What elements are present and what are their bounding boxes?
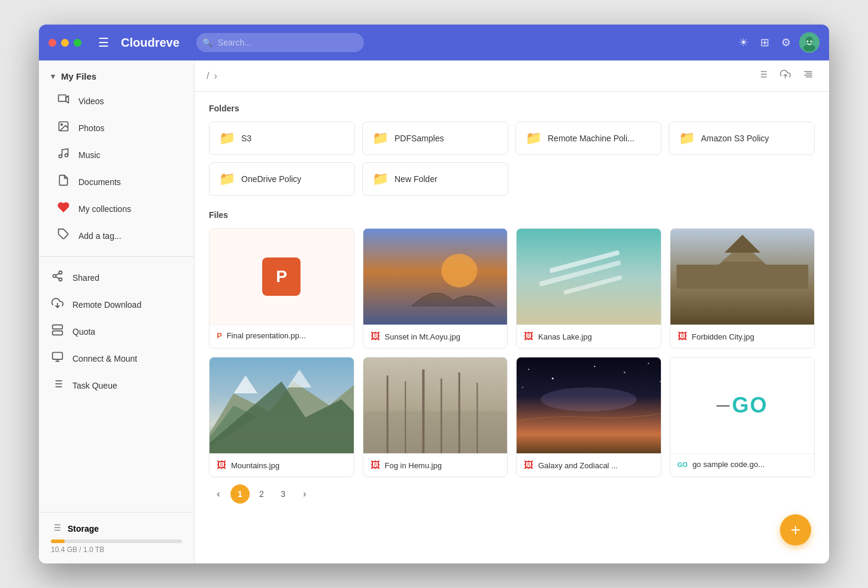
file-thumbnail: — GO (670, 357, 815, 453)
sidebar-item-documents[interactable]: Documents (39, 168, 194, 195)
page-prev-button[interactable]: ‹ (209, 484, 228, 504)
menu-icon: ☰ (98, 36, 109, 49)
settings-button[interactable]: ⚙ (778, 32, 794, 53)
menu-button[interactable]: ☰ (93, 33, 114, 52)
close-button[interactable] (48, 39, 56, 47)
music-icon (57, 147, 70, 162)
svg-rect-22 (53, 353, 63, 360)
avatar[interactable] (799, 32, 820, 53)
folder-remote-machine[interactable]: 📁 Remote Machine Poli... (515, 122, 661, 155)
file-name: Galaxy and Zodiacal ... (538, 461, 654, 470)
minimize-button[interactable] (61, 39, 69, 47)
folder-name: PDFSamples (394, 134, 444, 143)
titlebar-actions: ☀ ⊞ ⚙ (735, 32, 820, 53)
storage-section: Storage 10.4 GB / 1.0 TB (39, 512, 194, 563)
folder-pdf-samples[interactable]: 📁 PDFSamples (362, 122, 508, 155)
img-type-icon: 🖼 (217, 460, 226, 471)
upload-button[interactable] (776, 66, 794, 85)
file-card-forbidden[interactable]: 🖼 Forbidden City.jpg (670, 228, 815, 348)
sidebar-item-shared[interactable]: Shared (39, 264, 194, 291)
folder-new-folder[interactable]: 📁 New Folder (362, 162, 508, 196)
folder-name: Remote Machine Poli... (548, 134, 635, 143)
svg-rect-19 (53, 331, 63, 335)
page-2-button[interactable]: 2 (252, 484, 271, 504)
svg-point-79 (522, 387, 523, 388)
folder-name: New Folder (394, 174, 438, 184)
file-name: Mountains.jpg (231, 461, 347, 470)
app-title: Cloudreve (121, 36, 180, 50)
documents-icon (57, 174, 70, 189)
sort-button[interactable] (799, 66, 817, 85)
file-info: 🖼 Fog in Hemu.jpg (363, 453, 508, 477)
folder-name: S3 (241, 134, 251, 143)
file-name: Fog in Hemu.jpg (385, 461, 500, 470)
grid-view-button[interactable]: ⊞ (757, 32, 773, 53)
file-card-go-sample[interactable]: — GO GO go sample code.go... (670, 357, 815, 477)
sidebar-item-add-tag-label: Add a tag... (78, 231, 122, 241)
folder-s3[interactable]: 📁 S3 (209, 122, 355, 155)
sidebar-my-files-header[interactable]: ▾ My Files (39, 65, 194, 87)
sidebar-item-videos[interactable]: Videos (39, 87, 194, 114)
sidebar-item-task-queue[interactable]: Task Queue (39, 372, 194, 399)
sidebar-item-quota-label: Quota (72, 327, 95, 337)
file-card-fog[interactable]: 🖼 Fog in Hemu.jpg (363, 357, 508, 477)
svg-point-8 (61, 124, 63, 126)
sidebar-item-photos[interactable]: Photos (39, 114, 194, 141)
sidebar-item-photos-label: Photos (78, 123, 105, 133)
file-content: Folders 📁 S3 📁 PDFSamples 📁 Remote Ma (195, 92, 829, 563)
page-3-button[interactable]: 3 (274, 484, 293, 504)
file-card-presentation[interactable]: P P Final presentation.pp... (209, 228, 354, 348)
sidebar-item-documents-label: Documents (78, 177, 121, 187)
svg-point-49 (441, 254, 477, 287)
file-info: 🖼 Sunset in Mt.Aoyu.jpg (363, 325, 508, 348)
breadcrumb-arrow[interactable]: › (214, 71, 217, 81)
folder-amazon-s3[interactable]: 📁 Amazon S3 Policy (669, 122, 815, 155)
files-section-label: Files (209, 210, 815, 220)
file-card-galaxy[interactable]: 🖼 Galaxy and Zodiacal ... (516, 357, 661, 477)
sidebar-item-music[interactable]: Music (39, 141, 194, 168)
go-type-icon: GO (678, 461, 688, 468)
content-toolbar: / › (195, 60, 829, 92)
sidebar-lower-section: Shared Remote Download Quota (39, 259, 194, 404)
file-card-kanas[interactable]: 🖼 Kanas Lake.jpg (516, 228, 661, 348)
brightness-button[interactable]: ☀ (735, 32, 752, 53)
storage-icon (51, 522, 62, 535)
file-card-sunset[interactable]: 🖼 Sunset in Mt.Aoyu.jpg (363, 228, 508, 348)
list-view-button[interactable] (754, 66, 772, 85)
sidebar-my-files-section: ▾ My Files Videos Photos (39, 60, 194, 254)
sidebar-item-connect-mount[interactable]: Connect & Mount (39, 345, 194, 372)
folder-icon: 📁 (372, 131, 389, 146)
window-controls (48, 39, 81, 47)
file-card-mountains[interactable]: 🖼 Mountains.jpg (209, 357, 354, 477)
svg-marker-6 (66, 96, 68, 103)
sidebar-item-connect-mount-label: Connect & Mount (72, 354, 137, 363)
svg-point-1 (806, 37, 813, 44)
search-input[interactable] (196, 33, 364, 52)
storage-text: 10.4 GB / 1.0 TB (51, 545, 182, 554)
connect-icon (51, 351, 64, 366)
file-info: P Final presentation.pp... (210, 325, 354, 346)
share-icon (51, 270, 64, 285)
chevron-down-icon: ▾ (51, 72, 55, 81)
page-next-button[interactable]: › (295, 484, 314, 504)
sidebar-item-videos-label: Videos (78, 96, 104, 106)
folder-grid: 📁 S3 📁 PDFSamples 📁 Remote Machine Poli.… (209, 122, 815, 196)
svg-point-77 (648, 363, 649, 364)
sidebar-item-add-tag[interactable]: Add a tag... (39, 222, 194, 249)
folder-icon: 📁 (526, 131, 542, 146)
svg-point-14 (59, 278, 62, 281)
svg-rect-18 (53, 325, 63, 329)
storage-bar (51, 539, 182, 543)
page-1-button[interactable]: 1 (230, 484, 250, 504)
file-info: 🖼 Mountains.jpg (210, 453, 354, 477)
folder-onedrive[interactable]: 📁 OneDrive Policy (209, 162, 355, 196)
sidebar-item-my-collections[interactable]: My collections (39, 195, 194, 222)
sidebar-item-remote-download[interactable]: Remote Download (39, 291, 194, 318)
storage-label: Storage (68, 524, 99, 534)
sidebar-item-quota[interactable]: Quota (39, 318, 194, 345)
fab-add-button[interactable]: + (780, 514, 811, 545)
maximize-button[interactable] (74, 39, 81, 47)
svg-point-3 (807, 41, 809, 43)
sidebar-divider (39, 256, 194, 257)
cloud-download-icon (51, 297, 64, 312)
